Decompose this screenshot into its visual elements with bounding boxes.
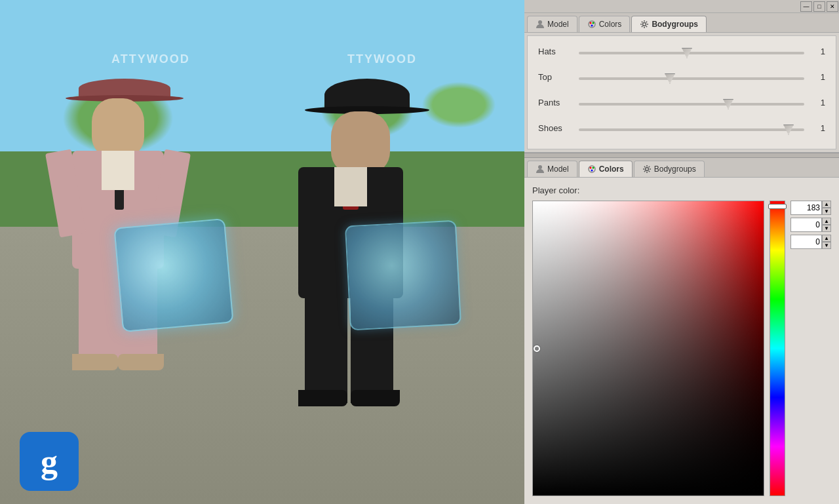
svg-point-10: [591, 170, 593, 172]
rgb-g-down[interactable]: ▼: [822, 225, 831, 232]
portal-cube-right: [347, 223, 459, 328]
rgb-b-up[interactable]: ▲: [822, 235, 831, 242]
rgb-g-field: 0 ▲ ▼: [790, 218, 831, 232]
bottom-tab-bar: Model Colors Bodygroups: [524, 158, 839, 178]
gear-icon-bottom: [642, 165, 652, 174]
tab-colors-bottom-label: Colors: [599, 165, 624, 174]
gear-icon-top: [640, 20, 649, 29]
hats-label: Hats: [538, 47, 571, 56]
portal-cube-left: [118, 223, 229, 328]
close-button[interactable]: ✕: [827, 1, 838, 12]
rgb-r-field: 183 ▲ ▼: [790, 201, 831, 215]
person-icon-bottom: [536, 165, 545, 174]
pants-slider-container[interactable]: [579, 98, 804, 107]
tab-colors-top[interactable]: Colors: [579, 16, 631, 32]
tab-colors-bottom[interactable]: Colors: [579, 161, 633, 177]
svg-point-5: [643, 23, 646, 26]
svg-point-11: [645, 168, 648, 171]
svg-point-3: [592, 22, 594, 24]
top-section: Model Colors Bodygroups: [524, 13, 839, 153]
svg-point-8: [589, 167, 591, 169]
hats-value: 1: [812, 47, 825, 56]
rgb-inputs: 183 ▲ ▼ 0 ▲ ▼: [790, 201, 831, 496]
gmod-logo: g: [20, 432, 79, 491]
bottom-section: Model Colors Bodygroups P: [524, 158, 839, 504]
tab-bodygroups-top-label: Bodygroups: [652, 20, 698, 29]
hue-thumb: [768, 204, 787, 209]
svg-point-4: [591, 25, 593, 27]
shoes-value: 1: [812, 123, 825, 133]
tab-bodygroups-bottom[interactable]: Bodygroups: [634, 161, 705, 177]
rgb-b-input[interactable]: 0: [790, 235, 822, 249]
tab-bodygroups-top[interactable]: Bodygroups: [631, 16, 707, 32]
person-icon-top: [536, 20, 545, 29]
tab-bodygroups-bottom-label: Bodygroups: [654, 165, 696, 174]
pants-slider-row: Pants 1: [538, 98, 825, 107]
top-value: 1: [812, 72, 825, 82]
rgb-g-spinner: ▲ ▼: [822, 218, 831, 232]
shoes-label: Shoes: [538, 123, 571, 133]
rgb-g-input[interactable]: 0: [790, 218, 822, 232]
top-slider-container[interactable]: [579, 72, 804, 82]
hats-slider[interactable]: [579, 52, 804, 54]
rgb-g-up[interactable]: ▲: [822, 218, 831, 225]
tab-colors-top-label: Colors: [599, 20, 622, 29]
rgb-b-spinner: ▲ ▼: [822, 235, 831, 249]
tab-model-bottom-label: Model: [547, 165, 569, 174]
player-color-label: Player color:: [532, 185, 831, 195]
rgb-r-input[interactable]: 183: [790, 201, 822, 215]
rgb-r-down[interactable]: ▼: [822, 208, 831, 215]
colors-content: Player color: 183: [524, 178, 839, 504]
top-slider-row: Top 1: [538, 72, 825, 82]
shoes-slider-row: Shoes 1: [538, 123, 825, 133]
gradient-darkness: [533, 201, 764, 495]
right-panel: — □ ✕ Model Colors: [524, 0, 839, 504]
pants-value: 1: [812, 98, 825, 107]
rgb-b-field: 0 ▲ ▼: [790, 235, 831, 249]
tab-model-top-label: Model: [547, 20, 569, 29]
color-gradient-box[interactable]: [532, 201, 764, 496]
rgb-r-up[interactable]: ▲: [822, 201, 831, 208]
svg-point-9: [592, 167, 594, 169]
rgb-b-down[interactable]: ▼: [822, 242, 831, 249]
hats-slider-container[interactable]: [579, 47, 804, 56]
tab-model-bottom[interactable]: Model: [527, 161, 577, 177]
shoes-slider[interactable]: [579, 128, 804, 131]
section-separator: [524, 153, 839, 158]
shoes-slider-container[interactable]: [579, 123, 804, 133]
maximize-button[interactable]: □: [813, 1, 825, 12]
hats-slider-row: Hats 1: [538, 47, 825, 56]
bodygroups-content: Hats 1 Top 1 Pants 1: [527, 35, 836, 149]
top-tab-bar: Model Colors Bodygroups: [524, 13, 839, 33]
pants-label: Pants: [538, 98, 571, 107]
rgb-r-spinner: ▲ ▼: [822, 201, 831, 215]
game-viewport: ATTYWOOD TTYWOOD: [0, 0, 524, 504]
svg-point-6: [538, 165, 542, 169]
hue-slider[interactable]: [770, 201, 785, 496]
top-slider[interactable]: [579, 77, 804, 80]
palette-icon-top: [587, 20, 596, 29]
svg-point-0: [538, 20, 542, 24]
svg-point-2: [589, 22, 591, 24]
color-picker-area: 183 ▲ ▼ 0 ▲ ▼: [532, 201, 831, 496]
pants-slider[interactable]: [579, 103, 804, 106]
minimize-button[interactable]: —: [800, 1, 812, 12]
palette-icon-bottom: [587, 165, 596, 174]
top-label: Top: [538, 72, 571, 82]
color-picker-cursor: [534, 345, 540, 352]
window-controls-bar: — □ ✕: [524, 0, 839, 13]
tab-model-top[interactable]: Model: [527, 16, 577, 32]
